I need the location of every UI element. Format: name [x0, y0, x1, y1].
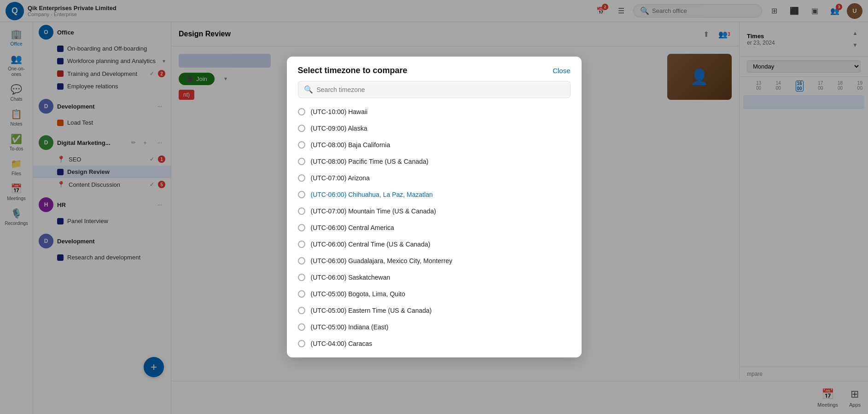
timezone-radio-arizona: [298, 174, 305, 182]
timezone-radio-mountain: [298, 207, 305, 215]
timezone-item-arizona[interactable]: (UTC-07:00) Arizona: [287, 170, 582, 186]
timezone-radio-central-america: [298, 224, 305, 231]
timezone-radio-alaska: [298, 125, 305, 132]
timezone-label-chihuahua: (UTC-06:00) Chihuahua, La Paz, Mazatlan: [311, 191, 433, 198]
timezone-label-pacific: (UTC-08:00) Pacific Time (US & Canada): [311, 158, 429, 165]
timezone-radio-indiana: [298, 323, 305, 331]
timezone-label-baja: (UTC-08:00) Baja California: [311, 141, 390, 149]
timezone-item-chihuahua[interactable]: (UTC-06:00) Chihuahua, La Paz, Mazatlan: [287, 186, 582, 203]
timezone-label-arizona: (UTC-07:00) Arizona: [311, 174, 370, 182]
timezone-label-saskatchewan: (UTC-06:00) Saskatchewan: [311, 274, 390, 281]
timezone-item-saskatchewan[interactable]: (UTC-06:00) Saskatchewan: [287, 269, 582, 286]
modal-overlay[interactable]: Select timezone to compare Close 🔍 (UTC-…: [0, 0, 868, 414]
timezone-radio-baja: [298, 141, 305, 149]
modal-header: Select timezone to compare Close: [287, 57, 582, 81]
timezone-item-indiana[interactable]: (UTC-05:00) Indiana (East): [287, 319, 582, 335]
timezone-label-mountain: (UTC-07:00) Mountain Time (US & Canada): [311, 207, 436, 215]
timezone-radio-central-us: [298, 241, 305, 248]
timezone-radio-hawaii: [298, 108, 305, 115]
timezone-label-eastern: (UTC-05:00) Eastern Time (US & Canada): [311, 307, 432, 314]
modal-title: Select timezone to compare: [298, 66, 408, 75]
timezone-radio-bogota: [298, 290, 305, 298]
timezone-radio-guadalajara: [298, 257, 305, 264]
timezone-radio-saskatchewan: [298, 274, 305, 281]
timezone-label-alaska: (UTC-09:00) Alaska: [311, 125, 367, 132]
timezone-item-mountain[interactable]: (UTC-07:00) Mountain Time (US & Canada): [287, 203, 582, 219]
timezone-item-caracas[interactable]: (UTC-04:00) Caracas: [287, 335, 582, 352]
modal-search-box[interactable]: 🔍: [298, 81, 571, 98]
timezone-radio-chihuahua: [298, 191, 305, 198]
timezone-radio-eastern: [298, 307, 305, 314]
timezone-label-central-us: (UTC-06:00) Central Time (US & Canada): [311, 241, 431, 248]
modal-search-icon: 🔍: [304, 85, 313, 94]
timezone-label-central-america: (UTC-06:00) Central America: [311, 224, 394, 231]
timezone-label-caracas: (UTC-04:00) Caracas: [311, 340, 373, 347]
timezone-item-bogota[interactable]: (UTC-05:00) Bogota, Lima, Quito: [287, 286, 582, 302]
timezone-label-guadalajara: (UTC-06:00) Guadalajara, Mexico City, Mo…: [311, 257, 453, 264]
modal-timezone-list: (UTC-10:00) Hawaii(UTC-09:00) Alaska(UTC…: [287, 102, 582, 357]
modal-close-button[interactable]: Close: [553, 67, 570, 75]
timezone-item-central-us[interactable]: (UTC-06:00) Central Time (US & Canada): [287, 236, 582, 253]
timezone-item-hawaii[interactable]: (UTC-10:00) Hawaii: [287, 104, 582, 120]
timezone-item-baja[interactable]: (UTC-08:00) Baja California: [287, 137, 582, 153]
timezone-label-indiana: (UTC-05:00) Indiana (East): [311, 323, 389, 331]
modal-search-input[interactable]: [317, 86, 565, 93]
timezone-item-central-america[interactable]: (UTC-06:00) Central America: [287, 219, 582, 236]
timezone-item-alaska[interactable]: (UTC-09:00) Alaska: [287, 120, 582, 137]
timezone-label-bogota: (UTC-05:00) Bogota, Lima, Quito: [311, 290, 405, 298]
timezone-radio-caracas: [298, 340, 305, 347]
timezone-item-guadalajara[interactable]: (UTC-06:00) Guadalajara, Mexico City, Mo…: [287, 253, 582, 269]
timezone-label-hawaii: (UTC-10:00) Hawaii: [311, 108, 368, 115]
timezone-item-pacific[interactable]: (UTC-08:00) Pacific Time (US & Canada): [287, 153, 582, 170]
timezone-item-eastern[interactable]: (UTC-05:00) Eastern Time (US & Canada): [287, 302, 582, 319]
timezone-modal: Select timezone to compare Close 🔍 (UTC-…: [287, 57, 582, 357]
timezone-radio-pacific: [298, 158, 305, 165]
